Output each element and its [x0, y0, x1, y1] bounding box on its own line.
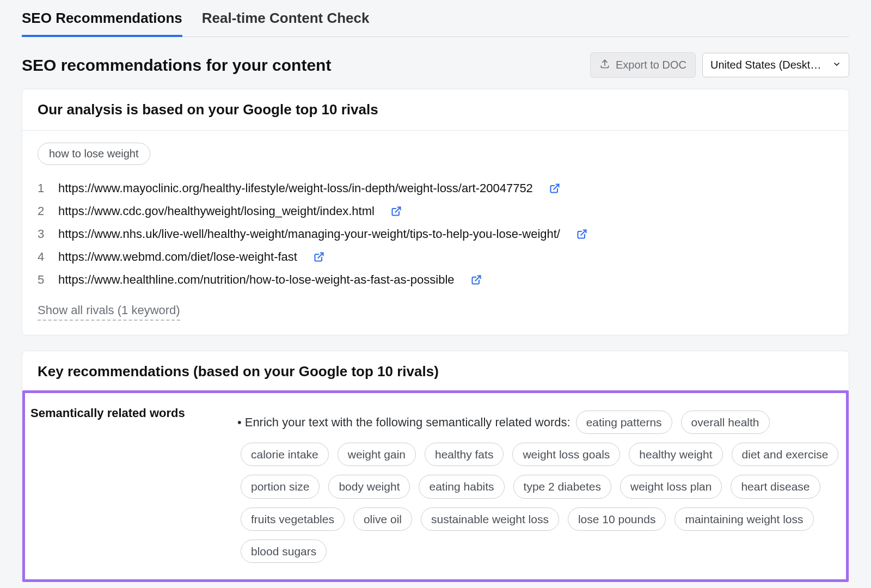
- external-link-icon[interactable]: [471, 274, 482, 285]
- related-word-pill[interactable]: healthy weight: [629, 443, 722, 466]
- rivals-card-title: Our analysis is based on your Google top…: [22, 89, 849, 131]
- related-word-pill[interactable]: healthy fats: [425, 443, 504, 466]
- related-word-pill[interactable]: overall health: [681, 411, 770, 434]
- rival-number: 1: [38, 181, 47, 195]
- section-label: Semantically related words: [30, 406, 205, 566]
- related-word-pill[interactable]: portion size: [241, 475, 320, 498]
- rival-url: https://www.cdc.gov/healthyweight/losing…: [58, 204, 375, 218]
- svg-line-4: [318, 253, 323, 258]
- show-all-rivals-link[interactable]: Show all rivals (1 keyword): [38, 303, 180, 321]
- rival-row: 3 https://www.nhs.uk/live-well/healthy-w…: [38, 223, 833, 246]
- external-link-icon[interactable]: [576, 229, 587, 240]
- related-word-pill[interactable]: type 2 diabetes: [513, 475, 611, 498]
- rival-url: https://www.nhs.uk/live-well/healthy-wei…: [58, 227, 560, 241]
- related-word-pill[interactable]: blood sugars: [241, 540, 327, 563]
- upload-icon: [599, 58, 610, 72]
- tabs: SEO Recommendations Real-time Content Ch…: [22, 0, 849, 37]
- key-recommendations-card: Key recommendations (based on your Googl…: [22, 351, 849, 582]
- export-label: Export to DOC: [616, 59, 686, 71]
- rival-url: https://www.mayoclinic.org/healthy-lifes…: [58, 181, 533, 195]
- intro-text: •Enrich your text with the following sem…: [237, 415, 571, 430]
- database-label: United States (Deskt…: [710, 59, 821, 71]
- page-title: SEO recommendations for your content: [22, 56, 331, 75]
- rival-row: 2 https://www.cdc.gov/healthyweight/losi…: [38, 200, 833, 223]
- rival-number: 5: [38, 273, 47, 287]
- related-word-pill[interactable]: heart disease: [731, 475, 820, 498]
- header-row: SEO recommendations for your content Exp…: [22, 37, 849, 89]
- rival-number: 3: [38, 227, 47, 241]
- tab-seo-recommendations[interactable]: SEO Recommendations: [22, 10, 182, 36]
- svg-line-1: [554, 185, 559, 189]
- tab-realtime-content-check[interactable]: Real-time Content Check: [202, 10, 370, 36]
- keyword-pill[interactable]: how to lose weight: [38, 143, 150, 165]
- rival-url: https://www.webmd.com/diet/lose-weight-f…: [58, 250, 297, 264]
- related-word-pill[interactable]: weight loss plan: [620, 475, 722, 498]
- database-dropdown[interactable]: United States (Deskt…: [702, 53, 849, 77]
- svg-line-3: [581, 230, 586, 235]
- rival-number: 4: [38, 250, 47, 264]
- related-word-pill[interactable]: lose 10 pounds: [568, 507, 666, 531]
- external-link-icon[interactable]: [314, 252, 324, 262]
- related-word-pill[interactable]: maintaining weight loss: [674, 507, 813, 531]
- rival-row: 5 https://www.healthline.com/nutrition/h…: [38, 268, 833, 291]
- related-word-pill[interactable]: diet and exercise: [732, 443, 839, 466]
- external-link-icon[interactable]: [549, 183, 560, 194]
- header-actions: Export to DOC United States (Deskt…: [590, 52, 849, 78]
- related-word-pill[interactable]: weight loss goals: [512, 443, 620, 466]
- svg-line-2: [395, 207, 400, 212]
- semantically-related-section: Semantically related words •Enrich your …: [22, 390, 849, 582]
- svg-line-5: [475, 276, 480, 281]
- external-link-icon[interactable]: [391, 206, 402, 217]
- related-word-pill[interactable]: olive oil: [353, 507, 412, 531]
- related-word-pill[interactable]: weight gain: [338, 443, 416, 466]
- rival-url: https://www.healthline.com/nutrition/how…: [58, 273, 455, 287]
- rival-row: 4 https://www.webmd.com/diet/lose-weight…: [38, 246, 833, 268]
- chevron-down-icon: [832, 59, 841, 71]
- rival-number: 2: [38, 204, 47, 218]
- related-word-pill[interactable]: eating patterns: [576, 411, 672, 434]
- related-word-pill[interactable]: fruits vegetables: [241, 507, 345, 531]
- export-to-doc-button[interactable]: Export to DOC: [590, 52, 696, 78]
- rivals-card: Our analysis is based on your Google top…: [22, 89, 849, 335]
- related-words-list: •Enrich your text with the following sem…: [237, 407, 846, 566]
- related-word-pill[interactable]: calorie intake: [241, 443, 329, 466]
- related-word-pill[interactable]: body weight: [328, 475, 410, 498]
- rival-row: 1 https://www.mayoclinic.org/healthy-lif…: [38, 177, 833, 200]
- related-word-pill[interactable]: sustainable weight loss: [421, 507, 559, 531]
- related-word-pill[interactable]: eating habits: [419, 475, 504, 498]
- key-recs-title: Key recommendations (based on your Googl…: [22, 351, 849, 393]
